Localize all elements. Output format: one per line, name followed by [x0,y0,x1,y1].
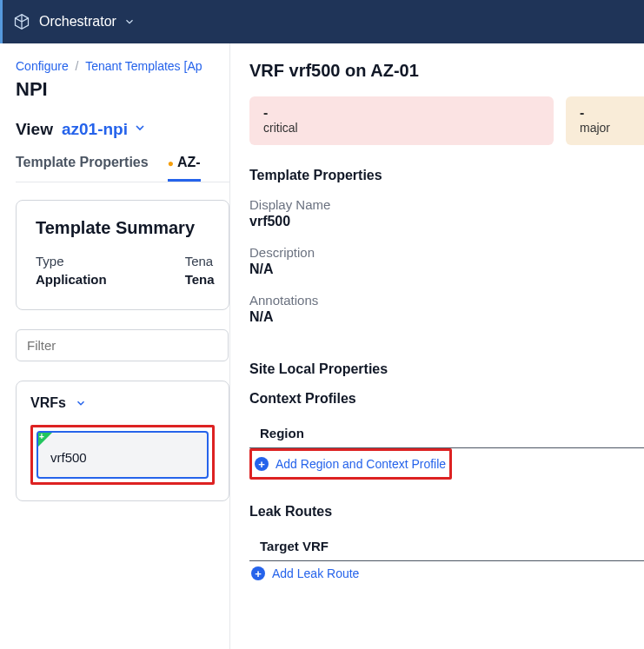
tab-template-properties[interactable]: Template Properties [16,155,149,182]
alert-critical-label: critical [263,121,540,135]
alert-critical-count: - [263,105,540,121]
add-leak-route-link[interactable]: + Add Leak Route [249,561,644,586]
vrfs-header[interactable]: VRFs [30,395,215,411]
display-name-value: vrf500 [249,214,644,229]
template-summary-card: Template Summary Type Application Tena T… [16,200,229,310]
page-title: NPI [16,78,229,101]
product-logo-icon [13,13,30,30]
alert-major-label: major [580,121,644,135]
description-value: N/A [249,262,644,277]
tab-az-label: AZ- [177,155,201,169]
chevron-down-icon[interactable] [133,120,147,139]
alert-major-count: - [580,105,644,121]
plus-icon: + [39,432,44,441]
breadcrumb-configure[interactable]: Configure [16,59,69,73]
highlight-box-add-region: + Add Region and Context Profile [249,448,452,480]
left-column: Configure / Tenant Templates [Ap NPI Vie… [0,43,230,649]
annotations-prop: Annotations N/A [249,293,644,325]
plus-circle-icon: + [251,566,265,580]
display-name-label: Display Name [249,197,644,212]
alert-major[interactable]: - major [566,96,644,145]
detail-panel: VRF vrf500 on AZ-01 - critical - major T… [230,43,644,649]
site-local-heading: Site Local Properties [249,361,644,377]
chevron-down-icon [75,397,87,409]
add-region-link[interactable]: + Add Region and Context Profile [253,452,446,476]
display-name-prop: Display Name vrf500 [249,197,644,229]
type-label: Type [36,254,107,268]
vrf-item[interactable]: + vrf500 [37,431,209,479]
context-profiles-heading: Context Profiles [249,391,644,407]
tabs: Template Properties AZ- [16,155,229,182]
alert-critical[interactable]: - critical [249,96,554,145]
breadcrumb-separator: / [76,59,79,73]
description-label: Description [249,245,644,260]
annotations-label: Annotations [249,293,644,308]
highlight-box-vrf: + vrf500 [30,425,215,485]
vrf-item-label: vrf500 [50,450,87,465]
leak-routes-heading: Leak Routes [249,504,644,520]
view-label: View [16,120,53,139]
breadcrumb-templates[interactable]: Tenant Templates [Ap [85,59,202,73]
panel-title: VRF vrf500 on AZ-01 [249,61,644,81]
annotations-value: N/A [249,309,644,325]
vrfs-title: VRFs [30,395,66,411]
region-column-header: Region [249,419,644,448]
filter-input[interactable] [16,329,229,361]
chevron-down-icon[interactable] [123,16,136,28]
plus-circle-icon: + [255,457,269,471]
add-leak-route-label: Add Leak Route [272,566,359,580]
product-title[interactable]: Orchestrator [39,14,116,30]
view-value: az01-npi [62,120,128,139]
view-selector[interactable]: View az01-npi [16,120,229,139]
vrfs-card: VRFs + vrf500 [16,381,229,501]
template-properties-heading: Template Properties [249,168,644,183]
alerts-row: - critical - major [249,96,644,145]
app-header: Orchestrator [0,0,644,43]
tenant-label: Tena [185,254,215,268]
tab-az[interactable]: AZ- [168,155,201,182]
breadcrumb: Configure / Tenant Templates [Ap [16,59,229,73]
type-value: Application [36,272,107,287]
add-region-label: Add Region and Context Profile [276,457,446,471]
description-prop: Description N/A [249,245,644,277]
template-summary-title: Template Summary [36,218,209,238]
tenant-value: Tena [185,272,215,287]
target-vrf-column-header: Target VRF [249,532,644,561]
